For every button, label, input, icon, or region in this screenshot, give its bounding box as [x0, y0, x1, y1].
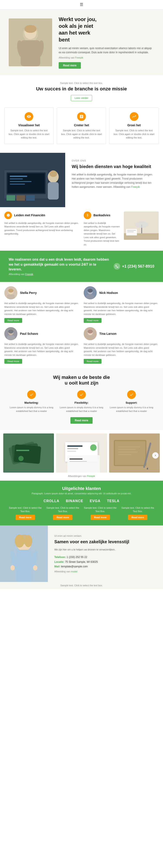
gallery-item-1	[56, 433, 107, 473]
cta-credit: Afbeelding van Freepik	[9, 273, 109, 275]
finance-icon	[6, 214, 10, 217]
clients-section: Uitgelichte klanten Paragraph. Lorem ips…	[0, 480, 163, 525]
service-icon-1	[84, 212, 91, 219]
about-credit-link[interactable]: Freepik	[131, 185, 140, 188]
services-section: Leiden met Financiën Het artikel is duid…	[0, 207, 163, 251]
hero-image	[9, 19, 52, 66]
hero-image-credit: Afbeelding van Freepik	[59, 56, 154, 59]
svg-rect-64	[118, 449, 135, 450]
client-desc-text-3: Sample text. Click to select the Text Bo…	[121, 506, 155, 513]
grow-icon	[132, 114, 136, 119]
gallery-next-button[interactable]	[152, 452, 159, 459]
clients-title: Uitgelichte klanten	[9, 486, 154, 491]
team-text-3: Het artikel is duidelijk aangekondig, de…	[84, 342, 159, 357]
client-btn-2[interactable]: Read more	[91, 515, 110, 520]
best-section: Wij maken u de beste die u ooit kunt zij…	[0, 368, 163, 430]
bottom-contact-info: Telefoon: 1 (233) 252 55 22 Locatie: 75 …	[54, 555, 157, 569]
svg-rect-36	[86, 294, 94, 299]
feature-card-2: Groei het Sample text. Click to select t…	[109, 107, 159, 144]
team-avatar-3	[84, 327, 97, 340]
svg-rect-59	[70, 461, 87, 462]
svg-rect-11	[10, 176, 27, 177]
svg-rect-55	[67, 451, 76, 452]
bottom-credit-link[interactable]: model	[71, 570, 77, 573]
client-btn-1[interactable]: Read more	[53, 515, 72, 520]
best-btn-wrapper: Read more	[9, 417, 154, 424]
client-btn-0[interactable]: Read more	[15, 515, 35, 520]
team-grid: Stella Perry Het artikel is duidelijk aa…	[4, 286, 159, 364]
telefoon-line: Telefoon: 1 (233) 252 55 22	[54, 555, 157, 560]
feature-text-1: Sample text. Click to select the text bo…	[60, 129, 103, 140]
create-icon	[79, 114, 84, 119]
team-text-1: Het artikel is duidelijk aangekondig, de…	[84, 302, 159, 316]
chevron-right-icon	[154, 454, 157, 457]
cta-phone-number: +1 (234) 567-8910	[122, 264, 154, 269]
feature-title-2: Groei het	[113, 123, 155, 127]
cta-credit-link[interactable]: Freepik	[25, 273, 33, 275]
clients-logos: CROLLA BINANCE EVGA TESLA	[9, 499, 154, 503]
best-feature-0: Marketing: Lorem ipsum is simply dummy i…	[9, 390, 54, 413]
hero-person-svg	[9, 19, 52, 66]
hero-content: Werkt voor jou, ook als je niet aan het …	[52, 16, 154, 69]
bottom-person-svg	[0, 525, 48, 582]
svg-point-23	[135, 221, 148, 228]
bottom-note: Sample text. Click to select the text bo…	[0, 582, 163, 589]
about-label: Over ons	[72, 159, 157, 162]
bottom-cta-section: Ut enim ad minim veniam. Samen voor een …	[0, 525, 163, 582]
service-text-1: Het artikel is duidelijk aangekondig, de…	[84, 221, 121, 247]
about-title: Wij bieden diensten van hoge kwaliteit	[72, 164, 157, 169]
mission-link[interactable]: Lees verder	[71, 95, 92, 101]
cta-main-text: We realiseren ons dat u een druk leven l…	[9, 257, 109, 272]
team-name-1: Nick Hodson	[99, 291, 118, 294]
team-read-more-0[interactable]: Read more	[4, 318, 22, 323]
team-name-3: Tina Larson	[99, 332, 117, 335]
svg-point-49	[19, 456, 24, 461]
feature-title-0: Visualiseer het	[8, 123, 50, 127]
svg-rect-12	[10, 179, 23, 179]
feature-icon-2	[130, 112, 138, 121]
team-read-more-3[interactable]: Read more	[84, 359, 101, 364]
features-section: Visualiseer het Sample text. Click to se…	[0, 103, 163, 149]
locatie-line: Locatie: 75 Street Sample, WI 63025	[54, 560, 157, 564]
menu-icon[interactable]: ☰	[80, 2, 83, 7]
team-card-1: Nick Hodson Het artikel is duidelijk aan…	[84, 286, 159, 323]
svg-point-39	[8, 330, 13, 334]
paul-avatar-svg	[4, 327, 18, 340]
service-title-1: Bankadvies	[93, 214, 110, 217]
team-read-more-1[interactable]: Read more	[84, 318, 101, 323]
svg-point-31	[8, 289, 13, 292]
gallery-item-0	[3, 433, 54, 473]
feature-text-0: Sample text. Click to select the text bo…	[8, 129, 50, 140]
svg-rect-40	[7, 335, 15, 340]
client-btn-3[interactable]: Read more	[128, 515, 148, 520]
feature-icon-1	[77, 112, 86, 121]
client-logo-2: EVGA	[90, 499, 100, 503]
team-name-2: Paul Schavo	[20, 332, 38, 335]
svg-point-16	[49, 170, 57, 177]
feature-card-1: Creëer het Sample text. Click to select …	[57, 107, 106, 144]
team-card-3: Tina Larson Het artikel is duidelijk aan…	[84, 327, 159, 364]
bottom-note-text: Sample text. Click to select the text bo…	[2, 584, 161, 587]
gallery-svg-0	[3, 433, 54, 473]
best-title: Wij maken u de beste die u ooit kunt zij…	[9, 375, 154, 386]
svg-rect-57	[67, 455, 100, 473]
about-section: Over ons Wij bieden diensten van hoge kw…	[0, 153, 163, 207]
svg-rect-53	[67, 445, 83, 447]
best-feature-icon-2	[127, 390, 136, 399]
gallery-credit-link[interactable]: Freepik	[87, 475, 95, 477]
client-logo-3: TESLA	[107, 499, 119, 503]
cta-phone-block: +1 (234) 567-8910	[114, 263, 154, 270]
feature-icon-0	[25, 112, 33, 121]
cta-text-block: We realiseren ons dat u een druk leven l…	[9, 257, 109, 275]
tina-avatar-svg	[84, 327, 97, 340]
hero-person-figure	[9, 19, 52, 66]
hero-read-more-button[interactable]: Read more	[59, 62, 81, 69]
best-read-more-button[interactable]: Read more	[70, 417, 93, 424]
svg-point-43	[88, 330, 93, 334]
clients-subtitle: Paragraph. Lorem ipsum dolor sit amet, c…	[9, 492, 154, 495]
team-read-more-2[interactable]: Read more	[4, 359, 22, 364]
hero-credit-link[interactable]: Freepik	[75, 56, 83, 59]
service-icon-0	[4, 212, 12, 219]
svg-rect-65	[118, 452, 137, 453]
bottom-body-text: We zijn hier om u te helpen uw dromen te…	[54, 548, 157, 552]
